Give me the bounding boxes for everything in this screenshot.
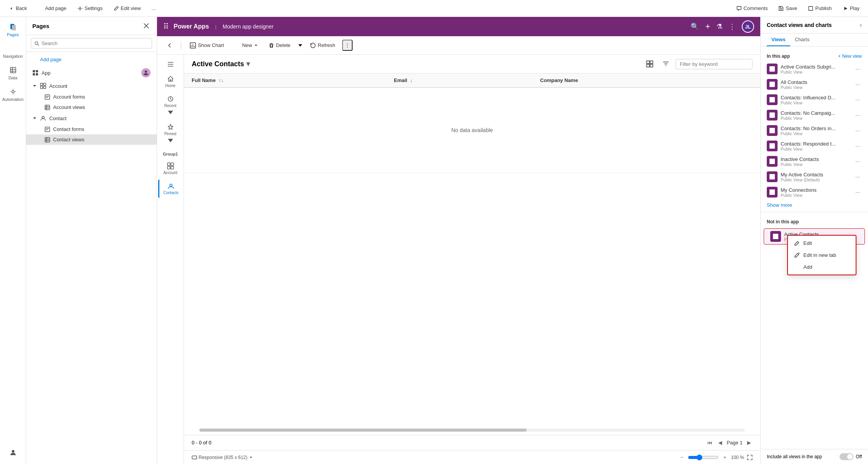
dropdown-chevron-icon[interactable]	[298, 43, 303, 48]
toggle[interactable]	[840, 453, 853, 460]
nav-item-account[interactable]: Account	[26, 80, 157, 92]
settings-button[interactable]: Settings	[75, 4, 105, 13]
table-icon-8	[769, 189, 775, 195]
search-input[interactable]	[42, 40, 149, 46]
bottom-bar: Responsive (835 x 612) − + 100 %	[184, 450, 760, 464]
main-layout: Pages Navigation Data Automation Pages	[0, 17, 868, 464]
leftnav-hamburger[interactable]	[158, 58, 183, 71]
leftnav-contacts[interactable]: Contacts	[158, 179, 183, 198]
view-more-8[interactable]: ⋯	[854, 189, 862, 196]
tab-charts[interactable]: Charts	[790, 34, 814, 46]
leftnav-home[interactable]: Home	[158, 72, 183, 91]
view-item-7[interactable]: My Active Contacts Public View (Default)…	[761, 169, 868, 184]
view-item-1[interactable]: All Contacts Public View ⋯	[761, 77, 868, 92]
view-item-4[interactable]: Contacts: No Orders in... Public View ⋯	[761, 123, 868, 138]
new-view-button[interactable]: + New view	[838, 54, 862, 59]
leftnav-pinned[interactable]: Pinned	[158, 121, 183, 147]
back-nav-button[interactable]	[163, 41, 176, 50]
sidebar-item-pages[interactable]: Pages	[2, 20, 25, 40]
refresh-button[interactable]: Refresh	[306, 40, 340, 50]
add-header-icon[interactable]: +	[705, 22, 710, 32]
leftnav-account[interactable]: Account	[158, 159, 183, 178]
chevron-down-icon	[32, 84, 37, 88]
view-more-3[interactable]: ⋯	[854, 112, 862, 119]
view-more-2[interactable]: ⋯	[854, 96, 862, 104]
view-item-2[interactable]: Contacts: Influenced D... Public View ⋯	[761, 92, 868, 107]
filter-header-icon[interactable]: ⚗	[716, 22, 722, 31]
view-item-5[interactable]: Contacts: Responded t... Public View ⋯	[761, 138, 868, 154]
col-company[interactable]: Company Name	[532, 74, 760, 87]
right-panel-close-button[interactable]: ›	[860, 22, 862, 28]
nav-item-contact[interactable]: Contact	[26, 112, 157, 124]
toolbar-more-button[interactable]: ⋮	[342, 40, 353, 51]
prev-page-button[interactable]: ◀	[717, 438, 724, 447]
edit-view-button[interactable]: Edit view	[111, 4, 143, 13]
tab-views[interactable]: Views	[767, 34, 790, 46]
zoom-out-button[interactable]: −	[679, 453, 685, 462]
leftnav-home-label: Home	[165, 84, 176, 88]
nav-child-account-forms[interactable]: Account forms	[26, 92, 157, 102]
play-button[interactable]: Play	[840, 4, 862, 13]
waffle-icon[interactable]: ⠿	[163, 22, 169, 31]
new-button[interactable]: New	[231, 40, 262, 50]
svg-rect-61	[769, 143, 775, 149]
context-menu-edit-new-tab[interactable]: Edit in new tab	[788, 249, 856, 261]
view-more-5[interactable]: ⋯	[854, 142, 862, 150]
close-pages-button[interactable]	[142, 22, 151, 30]
view-item-3[interactable]: Contacts: No Campaig... Public View ⋯	[761, 107, 868, 123]
publish-button[interactable]: Publish	[806, 4, 834, 13]
more-header-icon[interactable]: ⋮	[729, 22, 736, 31]
delete-button[interactable]: Delete	[265, 40, 294, 50]
next-page-button[interactable]: ▶	[746, 438, 753, 447]
view-item-8[interactable]: My Connections Public View ⋯	[761, 184, 868, 200]
icon-sidebar: Pages Navigation Data Automation	[0, 17, 26, 464]
sidebar-item-automation[interactable]: Automation	[2, 85, 25, 105]
more-button[interactable]: ...	[149, 4, 158, 13]
view-more-1[interactable]: ⋯	[854, 81, 862, 88]
toggle-state-label: Off	[856, 454, 862, 459]
nav-child-contact-forms[interactable]: Contact forms	[26, 124, 157, 134]
contact-icon	[40, 115, 46, 121]
search-box[interactable]	[31, 38, 152, 49]
col-fullname[interactable]: Full Name ↑↓	[184, 74, 386, 87]
title-chevron[interactable]: ▾	[246, 60, 250, 68]
nav-child-account-views[interactable]: Account views	[26, 102, 157, 112]
add-page-button[interactable]: Add page	[35, 4, 69, 13]
show-more-button[interactable]: Show more	[761, 200, 798, 210]
col-email[interactable]: Email ↓	[386, 74, 532, 87]
top-bar-right: Comments Save Publish Play	[734, 4, 862, 13]
nav-item-app[interactable]: App	[26, 65, 157, 80]
filter-button[interactable]	[659, 59, 672, 69]
view-item-0[interactable]: Active Contacts Subgri... Public View ⋯	[761, 61, 868, 77]
toggle-switch[interactable]: Off	[840, 453, 862, 460]
nav-child-contact-views[interactable]: Contact views	[26, 134, 157, 145]
view-item-6[interactable]: Inactive Contacts Public View ⋯	[761, 154, 868, 169]
zoom-slider[interactable]	[688, 454, 719, 461]
view-more-4[interactable]: ⋯	[854, 127, 862, 134]
view-more-0[interactable]: ⋯	[854, 65, 862, 73]
save-button[interactable]: Save	[776, 4, 799, 13]
settings-label: Settings	[85, 5, 103, 11]
view-info-0: Active Contacts Subgri... Public View	[781, 64, 851, 74]
search-header-icon[interactable]: 🔍	[691, 22, 699, 31]
leftnav-recent[interactable]: Recent	[158, 92, 183, 119]
account-label: Account	[49, 83, 67, 89]
context-menu-edit[interactable]: Edit	[788, 237, 856, 249]
first-page-button[interactable]: ⏮	[706, 438, 714, 447]
view-more-6[interactable]: ⋯	[854, 158, 862, 165]
zoom-in-button[interactable]: +	[722, 453, 728, 462]
comments-button[interactable]: Comments	[734, 4, 770, 13]
add-page-tree-button[interactable]: Add page	[26, 54, 68, 65]
view-more-7[interactable]: ⋯	[854, 173, 862, 181]
show-chart-button[interactable]: Show Chart	[186, 40, 228, 50]
avatar-icon	[143, 70, 149, 76]
sidebar-item-navigation[interactable]: Navigation	[2, 42, 25, 62]
filter-input[interactable]	[676, 59, 753, 69]
back-button[interactable]: Back	[6, 4, 29, 13]
scrollbar-track[interactable]	[199, 429, 745, 432]
grid-view-button[interactable]	[643, 59, 656, 69]
sidebar-item-user[interactable]	[2, 446, 25, 459]
context-menu-add[interactable]: Add	[788, 261, 856, 273]
responsive-label[interactable]: Responsive (835 x 612)	[192, 455, 253, 460]
sidebar-item-data[interactable]: Data	[2, 63, 25, 83]
